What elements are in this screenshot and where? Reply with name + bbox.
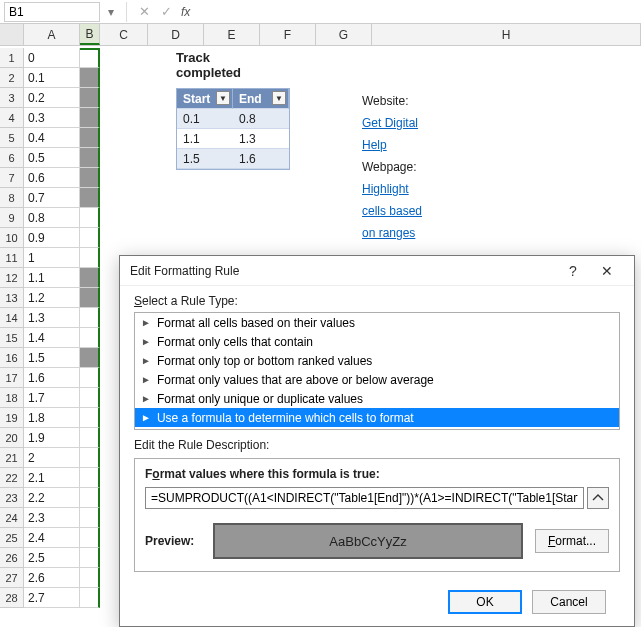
filter-dropdown-icon[interactable]: ▼ <box>272 91 286 105</box>
cell[interactable]: 1.2 <box>24 288 80 308</box>
cell[interactable] <box>80 528 100 548</box>
col-header-H[interactable]: H <box>372 24 641 45</box>
col-header-D[interactable]: D <box>148 24 204 45</box>
row-header[interactable]: 10 <box>0 228 24 248</box>
row-header[interactable]: 24 <box>0 508 24 528</box>
cell[interactable] <box>80 428 100 448</box>
formula-input[interactable] <box>145 487 584 509</box>
table-cell[interactable]: 1.3 <box>233 129 289 149</box>
col-header-B[interactable]: B <box>80 24 100 45</box>
cell[interactable] <box>80 108 100 128</box>
cell[interactable]: 0.2 <box>24 88 80 108</box>
rule-type-item[interactable]: ►Format only unique or duplicate values <box>135 389 619 408</box>
cell[interactable] <box>80 88 100 108</box>
cell[interactable]: 0.6 <box>24 168 80 188</box>
cell[interactable]: 2.2 <box>24 488 80 508</box>
row-header[interactable]: 8 <box>0 188 24 208</box>
cell[interactable] <box>80 508 100 528</box>
cell[interactable]: 1.5 <box>24 348 80 368</box>
cell[interactable]: 1 <box>24 248 80 268</box>
row-header[interactable]: 7 <box>0 168 24 188</box>
cell[interactable]: 2.6 <box>24 568 80 588</box>
row-header[interactable]: 26 <box>0 548 24 568</box>
cell[interactable]: 1.3 <box>24 308 80 328</box>
cell[interactable] <box>80 448 100 468</box>
collapse-dialog-icon[interactable] <box>587 487 609 509</box>
rule-type-item[interactable]: ►Format all cells based on their values <box>135 313 619 332</box>
cell[interactable]: 0.3 <box>24 108 80 128</box>
cell[interactable] <box>80 48 100 68</box>
cell[interactable] <box>80 388 100 408</box>
cell[interactable] <box>80 308 100 328</box>
table-cell[interactable]: 1.5 <box>177 149 233 169</box>
cell[interactable] <box>80 268 100 288</box>
cell[interactable]: 0.9 <box>24 228 80 248</box>
cell[interactable]: 2 <box>24 448 80 468</box>
row-header[interactable]: 14 <box>0 308 24 328</box>
rule-type-item[interactable]: ►Format only top or bottom ranked values <box>135 351 619 370</box>
cell[interactable]: 2.3 <box>24 508 80 528</box>
name-box[interactable] <box>4 2 100 22</box>
table-cell[interactable]: 0.8 <box>233 109 289 129</box>
col-header-E[interactable]: E <box>204 24 260 45</box>
cell[interactable] <box>80 588 100 608</box>
rule-type-list[interactable]: ►Format all cells based on their values►… <box>134 312 620 430</box>
col-header-A[interactable]: A <box>24 24 80 45</box>
cell[interactable] <box>80 348 100 368</box>
row-header[interactable]: 15 <box>0 328 24 348</box>
cell[interactable] <box>80 128 100 148</box>
website-link[interactable]: Get Digital Help <box>362 116 418 152</box>
cell[interactable] <box>80 68 100 88</box>
cell[interactable]: 0.7 <box>24 188 80 208</box>
cell[interactable]: 1.6 <box>24 368 80 388</box>
row-header[interactable]: 20 <box>0 428 24 448</box>
cell[interactable]: 2.4 <box>24 528 80 548</box>
grid[interactable]: 1020.130.240.350.460.570.680.790.8100.91… <box>0 48 100 608</box>
row-header[interactable]: 16 <box>0 348 24 368</box>
rule-type-item[interactable]: ►Use a formula to determine which cells … <box>135 408 619 427</box>
cell[interactable]: 1.7 <box>24 388 80 408</box>
row-header[interactable]: 2 <box>0 68 24 88</box>
close-icon[interactable]: ✕ <box>590 256 624 286</box>
row-header[interactable]: 13 <box>0 288 24 308</box>
cell[interactable] <box>80 288 100 308</box>
cell[interactable] <box>80 548 100 568</box>
rule-type-item[interactable]: ►Format only cells that contain <box>135 332 619 351</box>
table-cell[interactable]: 1.1 <box>177 129 233 149</box>
help-icon[interactable]: ? <box>556 256 590 286</box>
filter-dropdown-icon[interactable]: ▼ <box>216 91 230 105</box>
row-header[interactable]: 17 <box>0 368 24 388</box>
cell[interactable]: 2.1 <box>24 468 80 488</box>
row-header[interactable]: 9 <box>0 208 24 228</box>
row-header[interactable]: 21 <box>0 448 24 468</box>
row-header[interactable]: 27 <box>0 568 24 588</box>
row-header[interactable]: 12 <box>0 268 24 288</box>
table-cell[interactable]: 0.1 <box>177 109 233 129</box>
row-header[interactable]: 11 <box>0 248 24 268</box>
col-header-C[interactable]: C <box>100 24 148 45</box>
row-header[interactable]: 6 <box>0 148 24 168</box>
row-header[interactable]: 3 <box>0 88 24 108</box>
table-cell[interactable]: 1.6 <box>233 149 289 169</box>
cell[interactable] <box>80 168 100 188</box>
row-header[interactable]: 5 <box>0 128 24 148</box>
cell[interactable] <box>80 488 100 508</box>
row-header[interactable]: 25 <box>0 528 24 548</box>
cell[interactable] <box>80 248 100 268</box>
cell[interactable]: 1.8 <box>24 408 80 428</box>
row-header[interactable]: 1 <box>0 48 24 68</box>
cell[interactable] <box>80 468 100 488</box>
cell[interactable] <box>80 208 100 228</box>
cell[interactable]: 0.5 <box>24 148 80 168</box>
format-button[interactable]: Format... <box>535 529 609 553</box>
row-header[interactable]: 23 <box>0 488 24 508</box>
ok-button[interactable]: OK <box>448 590 522 614</box>
cell[interactable]: 0.8 <box>24 208 80 228</box>
cell[interactable] <box>80 188 100 208</box>
webpage-link[interactable]: Highlight cells based on ranges <box>362 182 422 240</box>
cell[interactable]: 0.1 <box>24 68 80 88</box>
col-header-F[interactable]: F <box>260 24 316 45</box>
row-header[interactable]: 18 <box>0 388 24 408</box>
row-header[interactable]: 28 <box>0 588 24 608</box>
row-header[interactable]: 4 <box>0 108 24 128</box>
